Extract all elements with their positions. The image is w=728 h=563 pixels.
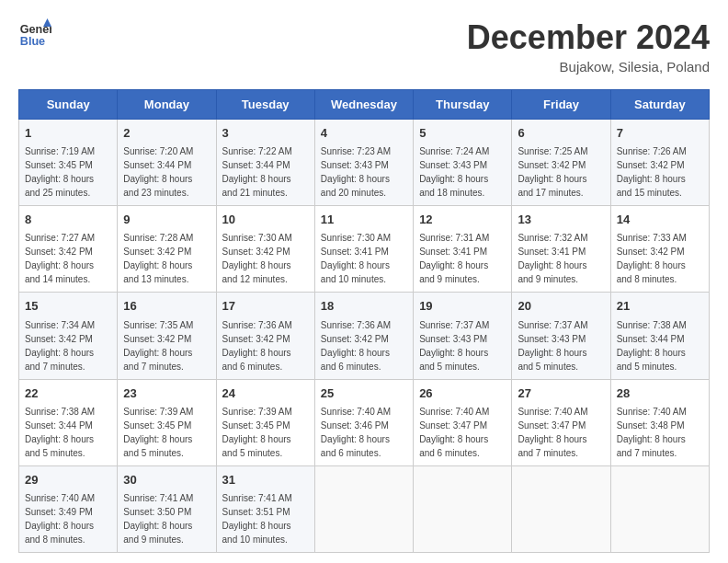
weekday-header-tuesday: Tuesday — [216, 90, 314, 120]
title-section: December 2024 Bujakow, Silesia, Poland — [467, 18, 710, 75]
weekday-header-monday: Monday — [118, 90, 216, 120]
day-number: 24 — [222, 385, 309, 402]
weekday-header-friday: Friday — [512, 90, 610, 120]
day-info: Sunrise: 7:26 AMSunset: 3:42 PMDaylight:… — [617, 144, 703, 200]
day-info: Sunrise: 7:27 AMSunset: 3:42 PMDaylight:… — [25, 231, 111, 286]
calendar-cell: 3Sunrise: 7:22 AMSunset: 3:44 PMDaylight… — [216, 120, 314, 206]
day-info: Sunrise: 7:41 AMSunset: 3:51 PMDaylight:… — [222, 491, 309, 546]
calendar-cell: 31Sunrise: 7:41 AMSunset: 3:51 PMDayligh… — [216, 465, 314, 552]
day-number: 17 — [222, 298, 309, 315]
day-number: 2 — [123, 125, 210, 142]
day-info: Sunrise: 7:36 AMSunset: 3:42 PMDaylight:… — [321, 318, 407, 373]
day-number: 28 — [617, 385, 703, 402]
calendar-week-3: 15Sunrise: 7:34 AMSunset: 3:42 PMDayligh… — [19, 293, 710, 379]
day-number: 20 — [518, 298, 604, 315]
day-info: Sunrise: 7:31 AMSunset: 3:41 PMDaylight:… — [419, 231, 506, 286]
day-number: 15 — [25, 298, 111, 315]
calendar-cell: 19Sunrise: 7:37 AMSunset: 3:43 PMDayligh… — [414, 293, 512, 379]
day-number: 30 — [123, 472, 210, 488]
day-number: 18 — [321, 298, 407, 315]
day-number: 14 — [617, 212, 703, 228]
day-info: Sunrise: 7:24 AMSunset: 3:43 PMDaylight:… — [419, 144, 506, 200]
day-number: 23 — [123, 385, 210, 402]
calendar-cell: 6Sunrise: 7:25 AMSunset: 3:42 PMDaylight… — [512, 120, 610, 206]
day-info: Sunrise: 7:40 AMSunset: 3:49 PMDaylight:… — [25, 491, 111, 546]
calendar-cell: 21Sunrise: 7:38 AMSunset: 3:44 PMDayligh… — [610, 293, 709, 379]
calendar-week-5: 29Sunrise: 7:40 AMSunset: 3:49 PMDayligh… — [19, 465, 710, 552]
day-info: Sunrise: 7:23 AMSunset: 3:43 PMDaylight:… — [321, 144, 407, 200]
day-info: Sunrise: 7:40 AMSunset: 3:47 PMDaylight:… — [419, 405, 506, 460]
day-info: Sunrise: 7:25 AMSunset: 3:42 PMDaylight:… — [518, 144, 604, 200]
day-info: Sunrise: 7:38 AMSunset: 3:44 PMDaylight:… — [25, 405, 111, 460]
calendar-cell: 8Sunrise: 7:27 AMSunset: 3:42 PMDaylight… — [19, 206, 118, 293]
calendar-cell: 2Sunrise: 7:20 AMSunset: 3:44 PMDaylight… — [118, 120, 216, 206]
day-number: 12 — [419, 212, 506, 228]
calendar-cell: 16Sunrise: 7:35 AMSunset: 3:42 PMDayligh… — [118, 293, 216, 379]
day-number: 5 — [419, 125, 506, 142]
calendar-cell: 25Sunrise: 7:40 AMSunset: 3:46 PMDayligh… — [314, 379, 413, 465]
day-info: Sunrise: 7:20 AMSunset: 3:44 PMDaylight:… — [123, 144, 210, 200]
calendar-cell: 5Sunrise: 7:24 AMSunset: 3:43 PMDaylight… — [414, 120, 512, 206]
calendar-cell — [414, 465, 512, 552]
logo-icon: General Blue — [18, 18, 51, 52]
day-number: 11 — [321, 212, 407, 228]
day-info: Sunrise: 7:38 AMSunset: 3:44 PMDaylight:… — [617, 318, 703, 373]
calendar-cell: 10Sunrise: 7:30 AMSunset: 3:42 PMDayligh… — [216, 206, 314, 293]
calendar-cell: 20Sunrise: 7:37 AMSunset: 3:43 PMDayligh… — [512, 293, 610, 379]
calendar-cell: 30Sunrise: 7:41 AMSunset: 3:50 PMDayligh… — [118, 465, 216, 552]
day-number: 9 — [123, 212, 210, 228]
day-number: 10 — [222, 212, 309, 228]
calendar-cell: 9Sunrise: 7:28 AMSunset: 3:42 PMDaylight… — [118, 206, 216, 293]
weekday-header-saturday: Saturday — [610, 90, 709, 120]
calendar-week-4: 22Sunrise: 7:38 AMSunset: 3:44 PMDayligh… — [19, 379, 710, 465]
weekday-header-sunday: Sunday — [19, 90, 118, 120]
calendar-cell: 27Sunrise: 7:40 AMSunset: 3:47 PMDayligh… — [512, 379, 610, 465]
day-number: 3 — [222, 125, 309, 142]
day-number: 21 — [617, 298, 703, 315]
day-number: 31 — [222, 472, 309, 488]
day-number: 13 — [518, 212, 604, 228]
day-info: Sunrise: 7:40 AMSunset: 3:46 PMDaylight:… — [321, 405, 407, 460]
calendar-cell: 17Sunrise: 7:36 AMSunset: 3:42 PMDayligh… — [216, 293, 314, 379]
day-info: Sunrise: 7:34 AMSunset: 3:42 PMDaylight:… — [25, 318, 111, 373]
day-info: Sunrise: 7:28 AMSunset: 3:42 PMDaylight:… — [123, 231, 210, 286]
calendar-cell: 22Sunrise: 7:38 AMSunset: 3:44 PMDayligh… — [19, 379, 118, 465]
day-info: Sunrise: 7:35 AMSunset: 3:42 PMDaylight:… — [123, 318, 210, 373]
day-number: 6 — [518, 125, 604, 142]
day-number: 8 — [25, 212, 111, 228]
day-info: Sunrise: 7:40 AMSunset: 3:48 PMDaylight:… — [617, 405, 703, 460]
day-info: Sunrise: 7:30 AMSunset: 3:42 PMDaylight:… — [222, 231, 309, 286]
day-number: 25 — [321, 385, 407, 402]
day-number: 27 — [518, 385, 604, 402]
day-info: Sunrise: 7:37 AMSunset: 3:43 PMDaylight:… — [518, 318, 604, 373]
day-number: 16 — [123, 298, 210, 315]
calendar-week-1: 1Sunrise: 7:19 AMSunset: 3:45 PMDaylight… — [19, 120, 710, 206]
day-info: Sunrise: 7:39 AMSunset: 3:45 PMDaylight:… — [222, 405, 309, 460]
calendar-cell: 4Sunrise: 7:23 AMSunset: 3:43 PMDaylight… — [314, 120, 413, 206]
weekday-header-wednesday: Wednesday — [314, 90, 413, 120]
calendar-cell: 13Sunrise: 7:32 AMSunset: 3:41 PMDayligh… — [512, 206, 610, 293]
day-info: Sunrise: 7:40 AMSunset: 3:47 PMDaylight:… — [518, 405, 604, 460]
calendar-cell: 23Sunrise: 7:39 AMSunset: 3:45 PMDayligh… — [118, 379, 216, 465]
calendar-cell: 1Sunrise: 7:19 AMSunset: 3:45 PMDaylight… — [19, 120, 118, 206]
day-info: Sunrise: 7:39 AMSunset: 3:45 PMDaylight:… — [123, 405, 210, 460]
day-number: 26 — [419, 385, 506, 402]
calendar-cell: 18Sunrise: 7:36 AMSunset: 3:42 PMDayligh… — [314, 293, 413, 379]
calendar-cell — [512, 465, 610, 552]
location: Bujakow, Silesia, Poland — [467, 59, 710, 75]
svg-text:Blue: Blue — [20, 35, 45, 48]
calendar-cell: 26Sunrise: 7:40 AMSunset: 3:47 PMDayligh… — [414, 379, 512, 465]
weekday-header-thursday: Thursday — [414, 90, 512, 120]
day-info: Sunrise: 7:22 AMSunset: 3:44 PMDaylight:… — [222, 144, 309, 200]
day-number: 1 — [25, 125, 111, 142]
calendar-cell: 11Sunrise: 7:30 AMSunset: 3:41 PMDayligh… — [314, 206, 413, 293]
day-number: 19 — [419, 298, 506, 315]
day-number: 7 — [617, 125, 703, 142]
calendar-cell: 14Sunrise: 7:33 AMSunset: 3:42 PMDayligh… — [610, 206, 709, 293]
day-number: 4 — [321, 125, 407, 142]
day-info: Sunrise: 7:41 AMSunset: 3:50 PMDaylight:… — [123, 491, 210, 546]
weekday-header-row: SundayMondayTuesdayWednesdayThursdayFrid… — [19, 90, 710, 120]
month-title: December 2024 — [467, 18, 710, 57]
day-info: Sunrise: 7:19 AMSunset: 3:45 PMDaylight:… — [25, 144, 111, 200]
logo: General Blue — [18, 18, 51, 52]
